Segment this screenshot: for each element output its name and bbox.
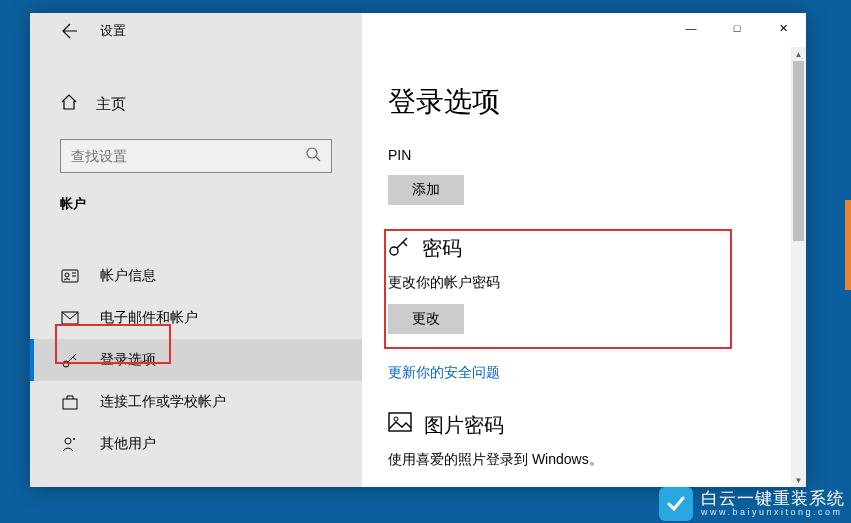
settings-window: 设置 主页 帐户 帐户信息 电子邮件和帐户 bbox=[30, 13, 806, 487]
back-button[interactable] bbox=[60, 21, 80, 41]
pin-label: PIN bbox=[388, 147, 806, 163]
briefcase-icon bbox=[60, 393, 80, 411]
mail-icon bbox=[60, 309, 80, 327]
password-header: 密码 bbox=[388, 235, 806, 262]
sidebar: 设置 主页 帐户 帐户信息 电子邮件和帐户 bbox=[30, 13, 362, 487]
page-title: 登录选项 bbox=[388, 83, 806, 121]
vertical-scrollbar[interactable]: ▲ ▼ bbox=[791, 47, 806, 487]
sidebar-item-label: 其他用户 bbox=[100, 435, 156, 453]
search-input[interactable] bbox=[71, 148, 305, 164]
svg-point-0 bbox=[307, 148, 317, 158]
svg-point-3 bbox=[65, 273, 69, 277]
sidebar-item-email[interactable]: 电子邮件和帐户 bbox=[30, 297, 362, 339]
picture-password-section: 图片密码 使用喜爱的照片登录到 Windows。 bbox=[388, 412, 806, 469]
svg-point-10 bbox=[390, 247, 398, 255]
sidebar-item-label: 连接工作或学校帐户 bbox=[100, 393, 226, 411]
password-section: 密码 更改你的帐户密码 更改 bbox=[388, 235, 806, 334]
maximize-button[interactable]: □ bbox=[714, 13, 760, 43]
watermark-main: 白云一键重装系统 bbox=[701, 490, 845, 509]
scroll-up-icon[interactable]: ▲ bbox=[791, 47, 806, 61]
content-panel: — □ ✕ 登录选项 PIN 添加 密码 更改你的帐户密码 更改 更新你的安全问… bbox=[362, 13, 806, 487]
search-icon bbox=[305, 146, 321, 166]
search-box[interactable] bbox=[60, 139, 332, 173]
sidebar-item-label: 帐户信息 bbox=[100, 267, 156, 285]
sidebar-item-label: 电子邮件和帐户 bbox=[100, 309, 198, 327]
sidebar-item-signin-options[interactable]: 登录选项 bbox=[30, 339, 362, 381]
desktop-edge-accent bbox=[845, 200, 851, 290]
svg-point-12 bbox=[394, 417, 398, 421]
home-icon bbox=[60, 93, 78, 115]
picture-password-header: 图片密码 bbox=[388, 412, 806, 439]
svg-rect-11 bbox=[389, 413, 411, 431]
sidebar-item-label: 登录选项 bbox=[100, 351, 156, 369]
picture-password-title: 图片密码 bbox=[424, 412, 504, 439]
sidebar-item-other-users[interactable]: 其他用户 bbox=[30, 423, 362, 465]
picture-password-desc: 使用喜爱的照片登录到 Windows。 bbox=[388, 451, 806, 469]
key-icon bbox=[388, 235, 410, 262]
watermark-sub: www.baiyunxitong.com bbox=[701, 508, 845, 518]
password-desc: 更改你的帐户密码 bbox=[388, 274, 806, 292]
home-label: 主页 bbox=[96, 95, 126, 114]
sidebar-item-account-info[interactable]: 帐户信息 bbox=[30, 255, 362, 297]
sidebar-item-work-school[interactable]: 连接工作或学校帐户 bbox=[30, 381, 362, 423]
scroll-down-icon[interactable]: ▼ bbox=[791, 473, 806, 487]
watermark-text: 白云一键重装系统 www.baiyunxitong.com bbox=[701, 490, 845, 519]
home-nav[interactable]: 主页 bbox=[30, 83, 362, 125]
window-title: 设置 bbox=[100, 22, 126, 40]
picture-icon bbox=[388, 412, 412, 439]
password-change-button[interactable]: 更改 bbox=[388, 304, 464, 334]
minimize-button[interactable]: — bbox=[668, 13, 714, 43]
person-card-icon bbox=[60, 267, 80, 285]
watermark: 白云一键重装系统 www.baiyunxitong.com bbox=[659, 487, 845, 521]
password-title: 密码 bbox=[422, 235, 462, 262]
category-label: 帐户 bbox=[60, 195, 332, 213]
pin-add-button[interactable]: 添加 bbox=[388, 175, 464, 205]
watermark-logo-icon bbox=[659, 487, 693, 521]
key-icon bbox=[60, 351, 80, 369]
scroll-thumb[interactable] bbox=[793, 61, 804, 241]
svg-rect-8 bbox=[63, 399, 77, 409]
people-icon bbox=[60, 435, 80, 453]
titlebar: 设置 bbox=[30, 13, 362, 49]
svg-line-1 bbox=[316, 157, 320, 161]
back-arrow-icon bbox=[62, 23, 78, 39]
window-controls: — □ ✕ bbox=[668, 13, 806, 43]
nav-list: 帐户信息 电子邮件和帐户 登录选项 连接工作或学校帐户 其他用户 bbox=[30, 255, 362, 465]
security-questions-link[interactable]: 更新你的安全问题 bbox=[388, 364, 806, 382]
close-button[interactable]: ✕ bbox=[760, 13, 806, 43]
svg-point-9 bbox=[65, 438, 71, 444]
